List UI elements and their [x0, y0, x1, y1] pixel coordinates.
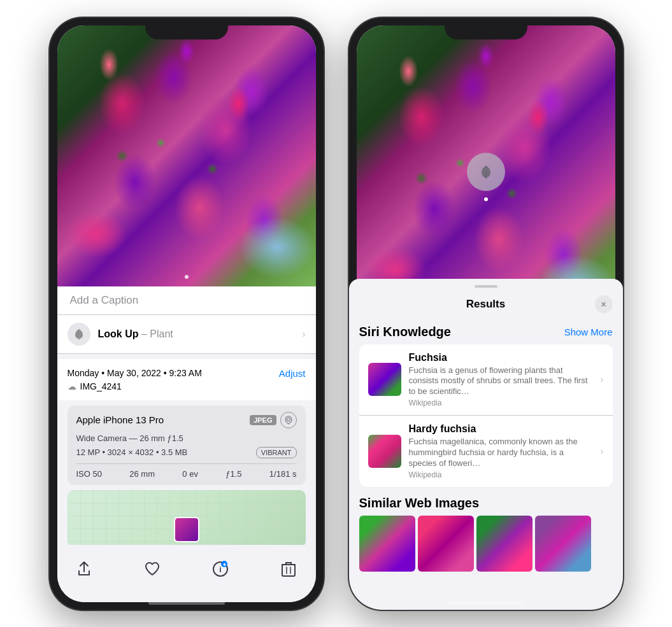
results-header: Results × — [357, 288, 615, 320]
spec-focal: 26 mm — [129, 469, 155, 479]
fuchsia-content: Fuchsia Fuchsia is a genus of flowering … — [409, 352, 593, 408]
heart-icon — [144, 561, 161, 577]
show-more-button[interactable]: Show More — [564, 327, 613, 337]
vibrant-badge: VIBRANT — [256, 447, 297, 458]
hardy-name: Hardy fuchsia — [409, 423, 593, 435]
right-home-indicator — [448, 602, 524, 605]
hardy-content: Hardy fuchsia Fuchsia magellanica, commo… — [409, 423, 593, 479]
svg-text:✦: ✦ — [222, 562, 227, 568]
lookup-icon — [68, 323, 90, 346]
lookup-chevron: › — [302, 328, 305, 340]
bottom-toolbar: i ✦ — [57, 545, 316, 602]
map-area[interactable] — [68, 490, 306, 545]
knowledge-item-fuchsia[interactable]: Fuchsia Fuchsia is a genus of flowering … — [359, 344, 613, 416]
right-phone-notch — [445, 18, 527, 39]
info-panel: Add a Caption Look Up – Plant › — [57, 286, 316, 545]
similar-thumb-1[interactable] — [359, 516, 415, 572]
fuchsia-chevron: › — [600, 374, 603, 385]
fuchsia-thumbnail — [368, 363, 401, 396]
camera-badges: JPEG — [250, 412, 296, 428]
camera-detail: Wide Camera — 26 mm ƒ1.5 — [76, 433, 297, 443]
svg-point-1 — [287, 418, 290, 421]
siri-leaf-icon — [477, 163, 495, 181]
knowledge-card: Fuchsia Fuchsia is a genus of flowering … — [359, 344, 613, 487]
spec-iso: ISO 50 — [76, 469, 102, 479]
results-title: Results — [377, 298, 595, 311]
jpeg-badge: JPEG — [250, 415, 276, 425]
info-icon: i ✦ — [212, 561, 229, 577]
location-icon — [280, 412, 297, 428]
camera-section: Apple iPhone 13 Pro JPEG Wide Camera — 2… — [68, 405, 306, 485]
left-phone: Add a Caption Look Up – Plant › — [50, 18, 324, 610]
home-indicator — [148, 602, 225, 605]
cloud-icon: ☁ — [68, 381, 76, 391]
close-icon: × — [601, 299, 606, 309]
share-button[interactable] — [70, 555, 98, 583]
hardy-description: Fuchsia magellanica, commonly known as t… — [409, 437, 593, 469]
lookup-row[interactable]: Look Up – Plant › — [57, 315, 316, 354]
caption-area[interactable]: Add a Caption — [57, 286, 316, 315]
right-phone: Results × Siri Knowledge Show More Fuchs… — [349, 18, 623, 610]
leaf-icon — [73, 328, 85, 341]
adjust-button[interactable]: Adjust — [279, 368, 306, 379]
spec-aperture: ƒ1.5 — [225, 469, 241, 479]
siri-knowledge-title: Siri Knowledge — [359, 325, 451, 339]
info-button[interactable]: i ✦ — [206, 555, 234, 583]
similar-thumb-3[interactable] — [476, 516, 533, 572]
page-indicator — [185, 275, 189, 279]
fuchsia-name: Fuchsia — [409, 352, 593, 363]
svg-text:i: i — [219, 565, 221, 574]
similar-thumb-4[interactable] — [535, 516, 591, 572]
meta-filename: IMG_4241 — [80, 381, 122, 391]
spec-shutter: 1/181 s — [269, 469, 297, 479]
hardy-thumbnail — [368, 435, 401, 468]
caption-placeholder[interactable]: Add a Caption — [70, 294, 139, 306]
trash-icon — [282, 561, 296, 577]
lookup-label: Look Up – Plant — [98, 328, 173, 340]
similar-images-row — [357, 516, 615, 572]
favorite-button[interactable] — [138, 555, 166, 583]
results-sheet: Results × Siri Knowledge Show More Fuchs… — [357, 279, 615, 602]
camera-resolution: 12 MP • 3024 × 4032 • 3.5 MB — [76, 447, 188, 457]
similar-images-title: Similar Web Images — [357, 487, 615, 516]
meta-section: Monday • May 30, 2022 • 9:23 AM Adjust ☁… — [57, 359, 316, 400]
camera-specs-row: ISO 50 26 mm 0 ev ƒ1.5 1/181 s — [76, 463, 297, 479]
siri-dot — [484, 197, 488, 201]
map-photo-thumbnail — [174, 517, 199, 542]
phone-notch — [145, 18, 228, 39]
siri-lookup-button[interactable] — [467, 153, 505, 191]
hardy-source: Wikipedia — [409, 470, 593, 479]
close-button[interactable]: × — [595, 295, 613, 313]
hardy-chevron: › — [600, 446, 603, 457]
spec-ev: 0 ev — [182, 469, 198, 479]
knowledge-item-hardy[interactable]: Hardy fuchsia Fuchsia magellanica, commo… — [359, 415, 613, 487]
left-phone-screen: Add a Caption Look Up – Plant › — [57, 25, 316, 602]
fuchsia-source: Wikipedia — [409, 398, 593, 407]
flower-photo[interactable] — [57, 25, 316, 286]
fuchsia-description: Fuchsia is a genus of flowering plants t… — [409, 365, 593, 398]
share-icon — [76, 561, 92, 577]
delete-button[interactable] — [275, 555, 303, 583]
meta-date: Monday • May 30, 2022 • 9:23 AM — [68, 368, 202, 378]
location-circle-icon — [284, 416, 293, 425]
similar-thumb-2[interactable] — [418, 516, 474, 572]
svg-rect-6 — [282, 565, 295, 576]
right-phone-screen: Results × Siri Knowledge Show More Fuchs… — [357, 25, 615, 602]
camera-model: Apple iPhone 13 Pro — [76, 414, 164, 425]
siri-knowledge-header: Siri Knowledge Show More — [357, 320, 615, 344]
